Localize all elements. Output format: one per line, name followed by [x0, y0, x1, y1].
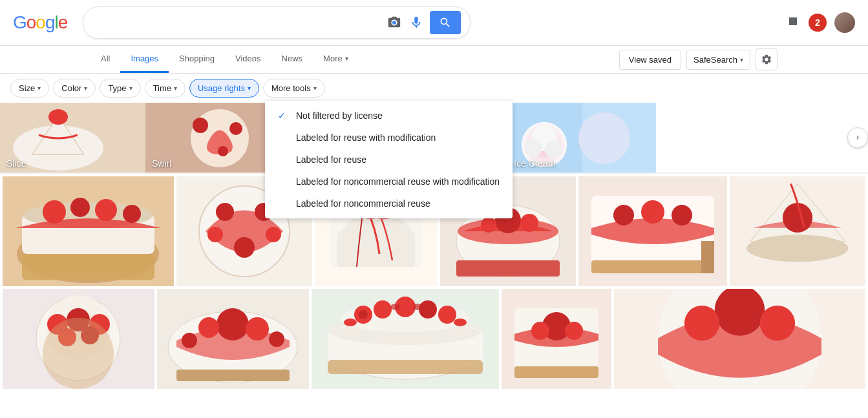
color-filter[interactable]: Color ▾	[53, 79, 96, 98]
type-filter[interactable]: Type ▾	[100, 79, 140, 98]
image-10[interactable]	[502, 289, 611, 389]
category-ice-cream[interactable]: Ice Cream	[507, 103, 656, 174]
svg-point-3	[48, 109, 68, 125]
nav-right: View saved SafeSearch ▾	[619, 48, 778, 70]
time-chevron-icon: ▾	[174, 85, 177, 92]
svg-point-8	[218, 146, 228, 156]
header: Google strawberry cheesecake	[0, 0, 868, 46]
svg-point-40	[70, 198, 90, 217]
view-saved-button[interactable]: View saved	[619, 50, 681, 70]
svg-point-89	[246, 317, 269, 340]
more-tools-chevron-icon: ▾	[313, 85, 317, 92]
svg-rect-115	[514, 366, 598, 378]
svg-rect-34	[582, 103, 656, 174]
nav-bar: All Images Shopping Videos News More ▾ V…	[0, 46, 868, 74]
svg-rect-68	[591, 260, 714, 273]
nav-images[interactable]: Images	[120, 46, 169, 73]
size-filter[interactable]: Size ▾	[10, 79, 49, 98]
img-5	[578, 176, 727, 286]
search-button[interactable]	[430, 11, 461, 34]
svg-point-6	[193, 118, 208, 133]
search-input[interactable]: strawberry cheesecake	[92, 17, 381, 28]
swirl-label: Swirl	[152, 158, 171, 169]
settings-button[interactable]	[756, 48, 778, 70]
svg-point-88	[198, 317, 219, 338]
camera-search-button[interactable]	[386, 14, 403, 31]
color-chevron-icon: ▾	[84, 85, 87, 92]
next-arrow[interactable]	[847, 127, 868, 148]
svg-rect-69	[701, 241, 714, 273]
img-10	[502, 289, 611, 389]
svg-rect-62	[456, 260, 560, 277]
voice-search-button[interactable]	[408, 14, 425, 31]
more-chevron-icon: ▾	[345, 55, 348, 62]
dropdown-item-reuse-modification[interactable]: Labeled for reuse with modification	[265, 127, 513, 149]
image-11[interactable]	[614, 289, 865, 389]
img-6	[730, 176, 865, 286]
svg-point-101	[374, 300, 392, 319]
svg-point-65	[613, 205, 634, 225]
svg-point-42	[123, 205, 141, 223]
svg-point-107	[390, 304, 401, 310]
svg-point-120	[760, 306, 795, 340]
avatar[interactable]	[834, 12, 855, 33]
svg-point-50	[207, 227, 223, 242]
svg-rect-43	[22, 254, 154, 280]
dropdown-item-noncommercial-modification[interactable]: Labeled for noncommercial reuse with mod…	[265, 171, 513, 193]
chevron-right-icon	[854, 134, 862, 141]
svg-point-51	[266, 227, 281, 242]
safe-search-button[interactable]: SafeSearch ▾	[686, 50, 750, 70]
svg-point-66	[641, 200, 664, 224]
filter-bar: Size ▾ Color ▾ Type ▾ Time ▾ Usage right…	[0, 74, 868, 103]
svg-point-119	[684, 306, 719, 340]
img-7	[3, 289, 154, 389]
slice-label: Slice	[6, 158, 26, 169]
svg-point-90	[182, 333, 197, 348]
svg-point-32	[545, 140, 563, 158]
apps-icon[interactable]	[785, 15, 801, 30]
svg-point-106	[454, 319, 467, 326]
image-1[interactable]	[3, 176, 174, 286]
svg-point-60	[481, 217, 496, 233]
usage-rights-dropdown: ✓ Not filtered by license Labeled for re…	[265, 101, 513, 218]
dropdown-item-not-filtered[interactable]: ✓ Not filtered by license	[265, 105, 513, 127]
image-6[interactable]	[730, 176, 865, 286]
image-7[interactable]	[3, 289, 154, 389]
search-icon	[439, 16, 452, 29]
svg-point-47	[216, 203, 234, 221]
time-filter[interactable]: Time ▾	[145, 79, 185, 98]
dropdown-item-reuse[interactable]: Labeled for reuse	[265, 149, 513, 171]
image-row-2	[0, 287, 868, 392]
image-8[interactable]	[157, 289, 309, 389]
check-icon: ✓	[278, 110, 288, 121]
size-chevron-icon: ▾	[37, 85, 41, 92]
camera-icon	[387, 16, 401, 30]
nav-shopping[interactable]: Shopping	[169, 46, 225, 73]
img-11	[614, 289, 865, 389]
settings-icon	[761, 54, 772, 65]
more-tools-filter[interactable]: More tools ▾	[263, 79, 325, 98]
dropdown-item-noncommercial[interactable]: Labeled for noncommercial reuse	[265, 193, 513, 214]
category-slice[interactable]: Slice	[0, 103, 145, 174]
nav-more[interactable]: More ▾	[313, 46, 359, 73]
usage-rights-chevron-icon: ▾	[248, 85, 251, 92]
svg-point-104	[438, 306, 456, 324]
svg-point-72	[746, 235, 849, 262]
ice-cream-label: Ice Cream	[514, 158, 556, 169]
svg-point-39	[43, 200, 66, 224]
image-9[interactable]	[312, 289, 499, 389]
svg-rect-109	[328, 360, 483, 374]
svg-point-31	[524, 139, 542, 157]
svg-point-103	[419, 300, 437, 319]
svg-point-7	[229, 122, 242, 135]
svg-point-67	[672, 205, 692, 225]
google-logo[interactable]: Google	[13, 12, 67, 33]
nav-news[interactable]: News	[271, 46, 313, 73]
nav-videos[interactable]: Videos	[225, 46, 271, 73]
image-5[interactable]	[578, 176, 727, 286]
account-badge[interactable]: 2	[809, 14, 827, 32]
usage-rights-filter[interactable]: Usage rights ▾	[189, 79, 259, 98]
safe-search-chevron-icon: ▾	[740, 56, 743, 63]
svg-point-61	[520, 214, 538, 232]
nav-all[interactable]: All	[90, 46, 120, 73]
